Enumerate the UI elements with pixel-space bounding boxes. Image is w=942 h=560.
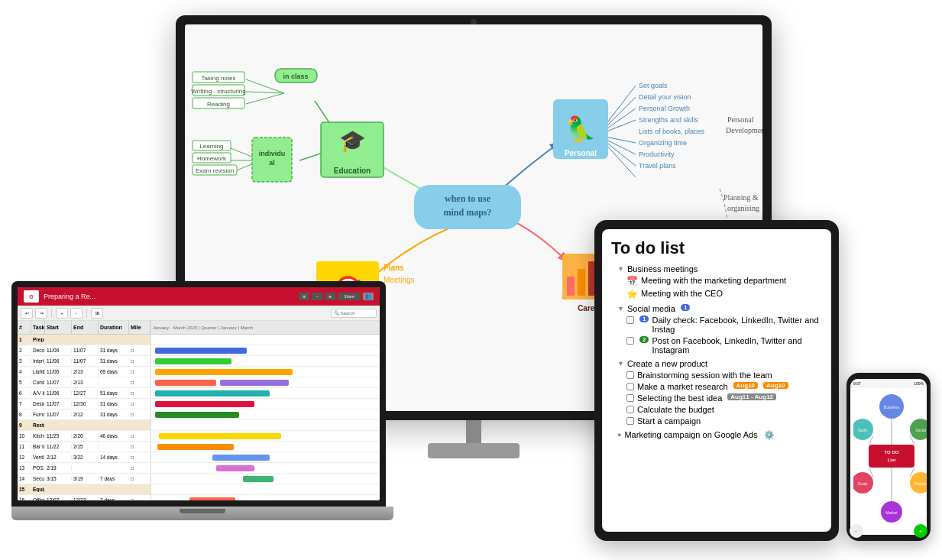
svg-rect-70 (578, 269, 585, 296)
row-task: Design and constructi (31, 401, 45, 406)
row-id: 8 (18, 412, 31, 417)
main-scene: when to use mind maps? 🎓 Education in cl… (0, 0, 942, 560)
item-text: Calculate the budget (637, 405, 714, 414)
gantt-bar (157, 444, 234, 450)
svg-text:Reading: Reading (207, 101, 230, 108)
date-badge-2: Aug10 (763, 382, 788, 389)
svg-text:Lists of books, places: Lists of books, places (639, 128, 705, 135)
svg-text:Strengths and skills: Strengths and skills (639, 116, 699, 124)
table-row: 9 Restaurant Bar Equip (18, 420, 151, 431)
star-icon: ⭐ (626, 289, 638, 299)
checkbox[interactable] (626, 417, 634, 425)
expand-icon[interactable]: ● (617, 431, 621, 439)
checkbox[interactable] (626, 337, 634, 345)
list-item: Selecting the best idea Aug11 - Aug12 (611, 393, 822, 403)
gantt-bar (155, 369, 293, 375)
gantt-bar (155, 348, 247, 354)
svg-text:Tasks: Tasks (858, 428, 868, 432)
minus-btn[interactable]: - (70, 308, 83, 319)
table-row: 10 Kitchen Installation 11/252/2646 days… (18, 431, 151, 442)
toolbar-icon-1[interactable]: ⊞ (299, 293, 309, 300)
tablet-screen: To do list ▼ Business meetings 📅 Meeting… (602, 229, 831, 532)
row-id: 3 (18, 358, 31, 364)
toolbar-icon-3[interactable]: ⊕ (325, 293, 335, 300)
row-task: Furniture and Access (31, 412, 45, 417)
gantt-toolbar: ↩ ↪ + - ⊞ 🔍 Search (18, 306, 380, 321)
todo-content: To do list ▼ Business meetings 📅 Meeting… (602, 229, 831, 454)
svg-text:Detail your vision: Detail your vision (639, 93, 691, 101)
plus-btn[interactable]: + (56, 308, 68, 319)
search-box[interactable]: 🔍 Search (331, 309, 377, 318)
table-row: 8 Furniture and Access 11/072/1231 days□ (18, 409, 151, 420)
item-text: Meeting with the marketing department (641, 276, 786, 285)
laptop-screen-outer: G Preparing a Re... ⊞ ↔ ⊕ Share 👥 ↩ ↪ + (11, 281, 386, 507)
row-id: 1 (18, 337, 31, 342)
phone-back-button[interactable]: ← (850, 524, 863, 535)
share-btn[interactable]: Share (338, 293, 361, 300)
badge-count: 1 (681, 304, 690, 311)
phone-action-button[interactable]: + (914, 524, 927, 535)
gantt-left-panel: # Task Name Start End Duration Mile 1 Pr… (18, 321, 151, 500)
checkbox[interactable] (626, 316, 634, 324)
svg-text:Writting - structuring: Writting - structuring (191, 88, 245, 95)
monitor-stand-neck (466, 420, 481, 443)
gantt-bar-row (151, 420, 380, 431)
gantt-bars-area (151, 335, 380, 500)
expand-icon[interactable]: ▼ (617, 265, 624, 273)
gantt-bar (189, 497, 235, 500)
gantt-bar-row (151, 431, 380, 442)
checkbox[interactable] (626, 371, 634, 379)
row-task: Lighting (31, 369, 45, 374)
item-text: Brainstorming session with the team (637, 371, 772, 380)
expand-icon[interactable]: ▼ (617, 360, 624, 367)
table-row: 12 Ventilation 2/123/2214 days□ (18, 452, 151, 463)
svg-text:Goals: Goals (857, 481, 868, 486)
gantt-bar (212, 455, 270, 461)
checkbox[interactable] (626, 394, 634, 402)
item-text: Meeting with the CEO (641, 289, 723, 298)
undo-btn[interactable]: ↩ (21, 308, 33, 319)
gantt-bar (220, 380, 289, 386)
gantt-bar-row (151, 335, 380, 345)
gantt-bar (216, 465, 254, 471)
row-id: 6 (18, 390, 31, 396)
date-badge: Aug10 (733, 382, 758, 389)
row-task: Interior Items (31, 358, 45, 364)
users-icon[interactable]: 👥 (363, 293, 374, 300)
phone-mindmap-content: TO DO List Business Social Product (850, 388, 927, 535)
svg-text:al: al (269, 159, 275, 167)
list-item: Calculate the budget (611, 405, 822, 414)
table-row: 13 POS Installation 2/19□ (18, 463, 151, 474)
phone-screen: 9:07 100% TO DO List Business (850, 379, 927, 535)
gantt-timeline-header: January - March 2020 | Quarter | January… (151, 321, 380, 335)
table-row: 5 Construction 11/072/13□ (18, 377, 151, 388)
expand-btn[interactable]: ⊞ (91, 308, 103, 319)
gear-icon[interactable]: ⚙️ (764, 430, 775, 440)
phone-battery: 100% (914, 381, 924, 386)
toolbar-icon-2[interactable]: ↔ (312, 293, 322, 300)
gantt-bar-row (151, 345, 380, 356)
table-row: 3 Interior Items 11/0611/0731 days□ (18, 356, 151, 367)
gantt-bar (243, 476, 274, 482)
phone-time: 9:07 (853, 381, 861, 386)
separator (51, 309, 52, 318)
svg-rect-79 (869, 445, 914, 468)
svg-text:Market: Market (885, 510, 898, 515)
svg-text:Organizing time: Organizing time (639, 139, 687, 147)
gantt-bar-row (151, 367, 380, 377)
checkbox[interactable] (626, 383, 634, 390)
svg-text:Personal Growth: Personal Growth (639, 105, 690, 112)
checkbox[interactable] (626, 406, 634, 413)
gantt-bar (155, 401, 254, 407)
table-row: 1 Preparing a restauran (18, 335, 151, 345)
redo-btn[interactable]: ↪ (35, 308, 47, 319)
svg-text:Business: Business (884, 405, 900, 409)
svg-text:Plans: Plans (384, 264, 404, 272)
list-item: ● Marketing campaign on Google Ads ⚙️ (611, 430, 822, 440)
row-task: A/V Installation (31, 390, 45, 396)
section-label: Marketing campaign on Google Ads (624, 430, 757, 439)
laptop-base (11, 507, 393, 520)
expand-icon[interactable]: ▼ (617, 305, 624, 312)
list-item: ▼ Create a new product (611, 359, 822, 368)
gantt-bar (159, 433, 281, 439)
